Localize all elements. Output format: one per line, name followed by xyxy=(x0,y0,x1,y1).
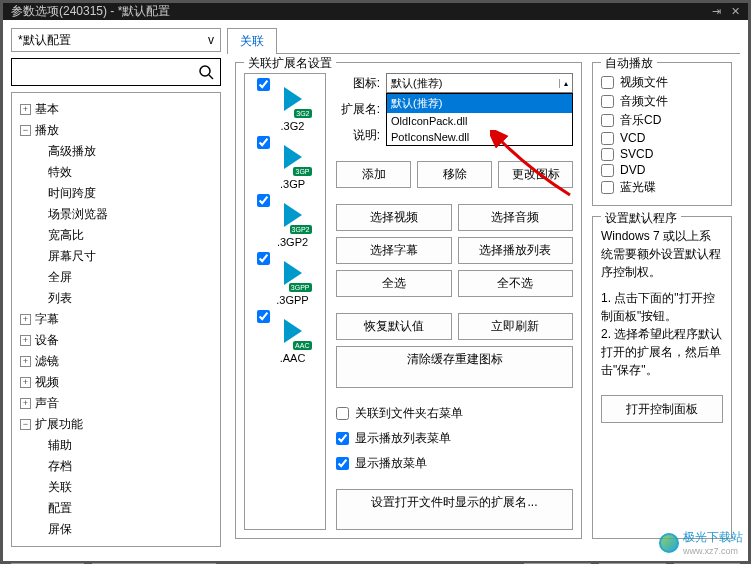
format-item[interactable]: AAC.AAC xyxy=(257,310,314,364)
profile-select[interactable]: *默认配置 v xyxy=(11,28,221,52)
tree-item[interactable]: +基本 xyxy=(16,99,216,120)
refresh-button[interactable]: 立即刷新 xyxy=(458,313,574,340)
autoplay-checkbox[interactable] xyxy=(601,132,614,145)
assoc-fieldset-title: 关联扩展名设置 xyxy=(244,55,336,72)
tree-item[interactable]: 配置 xyxy=(16,498,216,519)
tree-item-label: 视频 xyxy=(35,374,59,391)
close-icon[interactable]: ✕ xyxy=(731,5,740,18)
tree-item-label: 基本 xyxy=(35,101,59,118)
format-list[interactable]: 3G2.3G23GP.3GP3GP2.3GP23GPP.3GPPAAC.AAC xyxy=(244,73,326,530)
tree-toggle-icon[interactable]: + xyxy=(20,314,31,325)
icon-label: 图标: xyxy=(336,75,380,92)
tree-item[interactable]: +视频 xyxy=(16,372,216,393)
tree-item-label: 滤镜 xyxy=(35,353,59,370)
autoplay-checkbox[interactable] xyxy=(601,95,614,108)
settings-tree[interactable]: +基本−播放高级播放特效时间跨度场景浏览器宽高比屏幕尺寸全屏列表+字幕+设备+滤… xyxy=(11,92,221,547)
tree-item-label: 屏幕尺寸 xyxy=(48,248,96,265)
tree-item[interactable]: 屏保 xyxy=(16,519,216,540)
format-checkbox[interactable] xyxy=(257,252,270,265)
folder-menu-label: 关联到文件夹右菜单 xyxy=(355,405,463,422)
select-audio-button[interactable]: 选择音频 xyxy=(458,204,574,231)
tree-item[interactable]: 全屏 xyxy=(16,267,216,288)
tree-item[interactable]: +字幕 xyxy=(16,309,216,330)
format-checkbox[interactable] xyxy=(257,194,270,207)
folder-menu-checkbox[interactable] xyxy=(336,407,349,420)
tree-item[interactable]: 列表 xyxy=(16,288,216,309)
tree-item-label: 字幕 xyxy=(35,311,59,328)
svg-point-0 xyxy=(200,66,210,76)
play-icon: 3GP xyxy=(272,136,314,178)
dropdown-item[interactable]: PotIconsNew.dll xyxy=(387,129,572,145)
format-checkbox[interactable] xyxy=(257,78,270,91)
format-badge: 3GPP xyxy=(289,283,312,292)
tree-item[interactable]: +滤镜 xyxy=(16,351,216,372)
format-checkbox[interactable] xyxy=(257,136,270,149)
autoplay-title: 自动播放 xyxy=(601,55,657,72)
tree-item[interactable]: −播放 xyxy=(16,120,216,141)
tree-toggle-icon[interactable]: − xyxy=(20,125,31,136)
select-all-button[interactable]: 全选 xyxy=(336,270,452,297)
tree-item-label: 辅助 xyxy=(48,437,72,454)
playlist-menu-checkbox[interactable] xyxy=(336,432,349,445)
tree-item[interactable]: +声音 xyxy=(16,393,216,414)
autoplay-fieldset: 自动播放 视频文件音频文件音乐CDVCDSVCDDVD蓝光碟 xyxy=(592,62,732,206)
tree-item[interactable]: 屏幕尺寸 xyxy=(16,246,216,267)
icon-dropdown: 默认(推荐)OldIconPack.dllPotIconsNew.dll xyxy=(386,93,573,146)
format-checkbox[interactable] xyxy=(257,310,270,323)
dropdown-item[interactable]: 默认(推荐) xyxy=(387,94,572,113)
clear-cache-button[interactable]: 清除缓存重建图标 xyxy=(336,346,573,388)
tree-item[interactable]: 高级播放 xyxy=(16,141,216,162)
remove-button[interactable]: 移除 xyxy=(417,161,492,188)
autoplay-checkbox[interactable] xyxy=(601,76,614,89)
tree-item[interactable]: 特效 xyxy=(16,162,216,183)
tree-toggle-icon[interactable]: + xyxy=(20,104,31,115)
tree-item[interactable]: 关联 xyxy=(16,477,216,498)
tree-toggle-icon[interactable]: + xyxy=(20,335,31,346)
tree-toggle-icon[interactable]: + xyxy=(20,398,31,409)
tree-item[interactable]: 场景浏览器 xyxy=(16,204,216,225)
format-item[interactable]: 3GPP.3GPP xyxy=(257,252,314,306)
format-item[interactable]: 3GP2.3GP2 xyxy=(257,194,314,248)
dropdown-item[interactable]: OldIconPack.dll xyxy=(387,113,572,129)
format-item[interactable]: 3GP.3GP xyxy=(257,136,314,190)
tree-item[interactable]: 存档 xyxy=(16,456,216,477)
desc-label: 说明: xyxy=(336,127,380,144)
play-menu-checkbox[interactable] xyxy=(336,457,349,470)
format-label: .AAC xyxy=(280,352,306,364)
tree-item-label: 扩展功能 xyxy=(35,416,83,433)
pin-icon[interactable]: ⇥ xyxy=(712,5,721,18)
autoplay-checkbox[interactable] xyxy=(601,164,614,177)
select-playlist-button[interactable]: 选择播放列表 xyxy=(458,237,574,264)
select-video-button[interactable]: 选择视频 xyxy=(336,204,452,231)
set-open-ext-button[interactable]: 设置打开文件时显示的扩展名... xyxy=(336,489,573,531)
tree-item[interactable]: 时间跨度 xyxy=(16,183,216,204)
default-program-fieldset: 设置默认程序 Windows 7 或以上系统需要额外设置默认程序控制权。 1. … xyxy=(592,216,732,539)
select-subtitle-button[interactable]: 选择字幕 xyxy=(336,237,452,264)
tree-item[interactable]: 宽高比 xyxy=(16,225,216,246)
tree-toggle-icon[interactable]: − xyxy=(20,419,31,430)
tree-item-label: 特效 xyxy=(48,164,72,181)
autoplay-checkbox[interactable] xyxy=(601,148,614,161)
restore-default-button[interactable]: 恢复默认值 xyxy=(336,313,452,340)
format-label: .3GPP xyxy=(276,294,308,306)
select-none-button[interactable]: 全不选 xyxy=(458,270,574,297)
icon-combo[interactable]: 默认(推荐) ▴ 默认(推荐)OldIconPack.dllPotIconsNe… xyxy=(386,73,573,93)
default-prog-step2: 2. 选择希望此程序默认打开的扩展名，然后单击"保存"。 xyxy=(601,325,723,379)
change-icon-button[interactable]: 更改图标 xyxy=(498,161,573,188)
tree-item[interactable]: −扩展功能 xyxy=(16,414,216,435)
format-item[interactable]: 3G2.3G2 xyxy=(257,78,314,132)
open-control-panel-button[interactable]: 打开控制面板 xyxy=(601,395,723,423)
tab-association[interactable]: 关联 xyxy=(227,28,277,54)
add-button[interactable]: 添加 xyxy=(336,161,411,188)
tree-toggle-icon[interactable]: + xyxy=(20,356,31,367)
autoplay-checkbox[interactable] xyxy=(601,181,614,194)
play-icon: 3G2 xyxy=(272,78,314,120)
tree-item[interactable]: 辅助 xyxy=(16,435,216,456)
svg-line-1 xyxy=(209,75,213,79)
tree-item[interactable]: +设备 xyxy=(16,330,216,351)
autoplay-checkbox[interactable] xyxy=(601,114,614,127)
icon-combo-value: 默认(推荐) xyxy=(391,76,442,91)
search-input[interactable] xyxy=(11,58,221,86)
tree-toggle-icon[interactable]: + xyxy=(20,377,31,388)
profile-selected: *默认配置 xyxy=(18,32,71,49)
